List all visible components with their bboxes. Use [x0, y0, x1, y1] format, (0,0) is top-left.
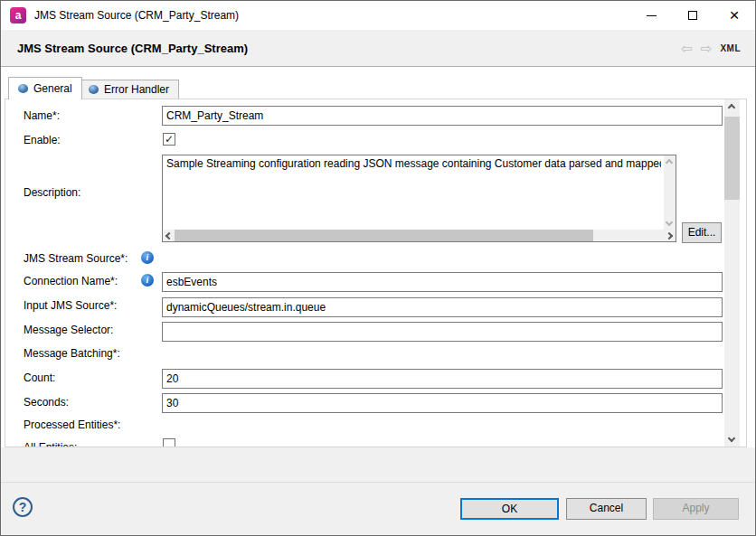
all-entities-checkbox[interactable] — [163, 438, 175, 447]
count-input[interactable] — [162, 369, 723, 389]
processed-entities-label: Processed Entities*: — [24, 418, 120, 432]
message-selector-input[interactable] — [162, 322, 723, 342]
scroll-up-icon[interactable] — [728, 104, 735, 111]
tab-error-handler[interactable]: Error Handler — [79, 80, 179, 99]
edit-description-button[interactable]: Edit... — [682, 222, 722, 243]
name-label: Name*: — [24, 109, 60, 123]
horizontal-scrollbar-thumb[interactable] — [175, 230, 593, 241]
description-label: Description: — [24, 186, 80, 200]
dialog-header: JMS Stream Source (CRM_Party_Stream) ⇦ ⇨… — [1, 30, 755, 67]
info-icon[interactable]: i — [141, 274, 154, 287]
description-vertical-scrollbar[interactable] — [664, 155, 676, 230]
message-batching-label: Message Batching*: — [24, 347, 120, 361]
input-jms-source-label: Input JMS Source*: — [24, 299, 117, 313]
tab-error-handler-label: Error Handler — [104, 83, 169, 96]
xml-view-toggle[interactable]: XML — [720, 43, 741, 53]
minimize-button[interactable] — [630, 1, 672, 30]
maximize-button[interactable] — [672, 1, 713, 30]
description-horizontal-scrollbar[interactable] — [163, 230, 676, 241]
maximize-icon — [688, 11, 697, 20]
minimize-icon — [647, 15, 657, 16]
help-button[interactable]: ? — [13, 497, 33, 517]
close-icon: × — [729, 6, 739, 24]
scroll-left-icon[interactable] — [165, 232, 173, 240]
back-icon[interactable]: ⇦ — [681, 42, 693, 55]
jms-stream-source-label: JMS Stream Source*: — [24, 252, 128, 266]
info-icon[interactable]: i — [141, 251, 154, 264]
page-title: JMS Stream Source (CRM_Party_Stream) — [17, 42, 248, 55]
description-textarea[interactable]: Sample Streaming configuration reading J… — [162, 155, 676, 242]
app-icon: a — [10, 7, 26, 24]
seconds-label: Seconds: — [24, 396, 69, 409]
scroll-up-icon[interactable] — [666, 159, 673, 166]
dialog-window: a JMS Stream Source (CRM_Party_Stream) ×… — [0, 0, 756, 536]
enable-label: Enable: — [24, 134, 61, 147]
general-tab-pane: Name*: Enable: ✓ Description: Sample Str… — [5, 99, 747, 447]
name-input[interactable] — [162, 106, 723, 126]
form-vertical-scrollbar[interactable] — [724, 99, 740, 447]
tab-general[interactable]: General — [8, 77, 82, 99]
close-button[interactable]: × — [713, 1, 755, 30]
tab-sphere-icon — [18, 84, 28, 93]
scroll-down-icon[interactable] — [666, 219, 673, 226]
scroll-right-icon[interactable] — [666, 232, 673, 240]
titlebar: a JMS Stream Source (CRM_Party_Stream) × — [1, 1, 755, 30]
header-toolbar: ⇦ ⇨ XML — [681, 42, 741, 55]
description-text: Sample Streaming configuration reading J… — [166, 157, 661, 172]
tab-general-label: General — [33, 82, 72, 95]
seconds-input[interactable] — [162, 393, 723, 413]
connection-name-input[interactable] — [162, 272, 723, 292]
input-jms-source-input[interactable] — [162, 297, 723, 317]
cancel-button[interactable]: Cancel — [566, 498, 647, 520]
apply-button: Apply — [653, 498, 739, 520]
vertical-scrollbar-thumb[interactable] — [724, 117, 740, 200]
window-controls: × — [630, 1, 755, 30]
button-bar: ? OK Cancel Apply — [1, 482, 755, 535]
all-entities-label: All Entities: — [24, 441, 77, 447]
forward-icon[interactable]: ⇨ — [701, 42, 713, 55]
window-title: JMS Stream Source (CRM_Party_Stream) — [34, 9, 239, 22]
count-label: Count: — [24, 371, 55, 385]
tab-sphere-icon — [89, 85, 99, 94]
message-selector-label: Message Selector: — [24, 324, 113, 337]
scroll-down-icon[interactable] — [728, 435, 735, 442]
enable-checkbox[interactable]: ✓ — [163, 133, 175, 146]
connection-name-label: Connection Name*: — [24, 275, 118, 288]
ok-button[interactable]: OK — [460, 498, 559, 520]
